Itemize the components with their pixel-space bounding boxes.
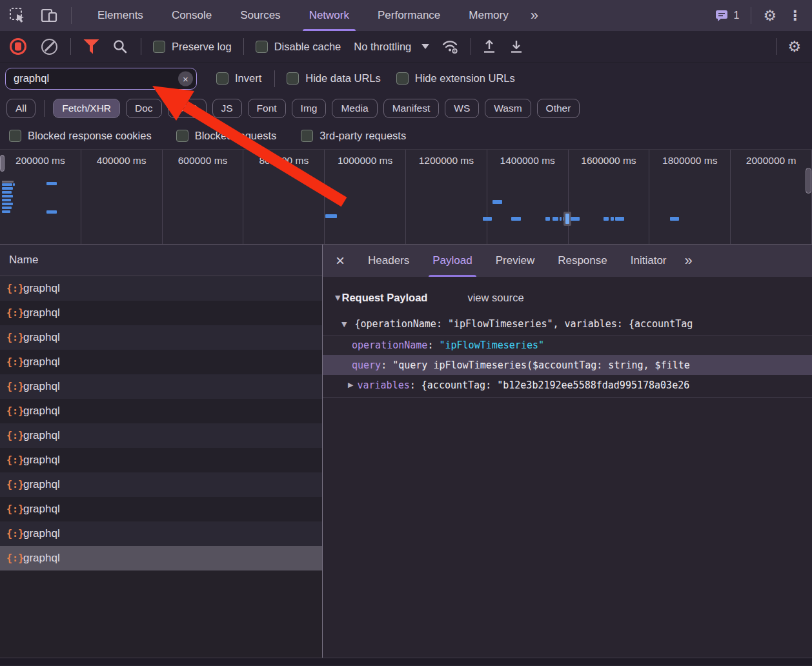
throttling-dropdown[interactable]: No throttling — [354, 41, 429, 53]
detail-tab-initiator[interactable]: Initiator — [619, 245, 678, 277]
waterfall-bar[interactable] — [2, 199, 11, 201]
waterfall-bar[interactable] — [670, 217, 679, 221]
waterfall-bar[interactable] — [2, 195, 13, 197]
timeline-overview[interactable]: 200000 ms400000 ms600000 ms800000 ms1000… — [0, 149, 812, 245]
request-row[interactable]: {:}graphql — [0, 301, 322, 325]
collapse-triangle-icon[interactable]: ▼ — [335, 294, 340, 302]
waterfall-bar[interactable] — [2, 191, 12, 194]
checkbox-box[interactable] — [216, 72, 228, 85]
waterfall-bar[interactable] — [46, 182, 57, 185]
settings-gear-icon[interactable]: ⚙ — [763, 7, 776, 24]
hide-data-urls-checkbox[interactable]: Hide data URLs — [287, 72, 380, 85]
expand-triangle-icon[interactable]: ▶ — [348, 381, 353, 389]
issues-counter[interactable]: 1 — [715, 9, 739, 22]
waterfall-bar[interactable] — [611, 217, 614, 221]
tab-elements[interactable]: Elements — [83, 0, 157, 31]
request-row[interactable]: {:}graphql — [0, 374, 322, 399]
checkbox-box[interactable] — [153, 41, 165, 53]
checkbox-blocked-requests[interactable]: Blocked requests — [176, 130, 277, 142]
waterfall-bar[interactable] — [2, 181, 14, 183]
timeline-scroll-handle-left[interactable] — [0, 155, 5, 172]
type-chip-manifest[interactable]: Manifest — [383, 99, 440, 118]
type-chip-media[interactable]: Media — [332, 99, 377, 118]
collapse-triangle-icon[interactable]: ▼ — [341, 320, 347, 328]
waterfall-bar[interactable] — [2, 210, 10, 213]
tab-console[interactable]: Console — [157, 0, 226, 31]
waterfall-bar[interactable] — [2, 183, 12, 186]
detail-tab-preview[interactable]: Preview — [484, 245, 546, 277]
request-row[interactable]: {:}graphql — [0, 497, 322, 521]
checkbox-3rd-party-requests[interactable]: 3rd-party requests — [301, 130, 406, 142]
filter-input[interactable] — [5, 68, 197, 90]
checkbox-box[interactable] — [9, 130, 21, 142]
more-panels-icon[interactable]: » — [523, 0, 546, 31]
type-chip-img[interactable]: Img — [292, 99, 327, 118]
type-chip-wasm[interactable]: Wasm — [485, 99, 531, 118]
payload-row-variables[interactable]: ▶ variables: {accountTag: "b12e3b2192ee5… — [323, 375, 812, 395]
network-conditions-icon[interactable] — [441, 38, 460, 55]
name-column-header[interactable]: Name — [0, 245, 322, 276]
disable-cache-checkbox[interactable]: Disable cache — [256, 41, 341, 53]
checkbox-box[interactable] — [301, 130, 313, 142]
request-payload-section-header[interactable]: ▼ Request Payload view source — [323, 282, 812, 313]
detail-tab-payload[interactable]: Payload — [421, 245, 483, 277]
request-row[interactable]: {:}graphql — [0, 472, 322, 497]
waterfall-bar[interactable] — [2, 203, 13, 205]
waterfall-bar[interactable] — [615, 217, 624, 221]
type-chip-doc[interactable]: Doc — [126, 99, 162, 118]
waterfall-bar[interactable] — [2, 187, 13, 190]
clear-filter-icon[interactable]: × — [178, 71, 193, 86]
waterfall-bar[interactable] — [560, 217, 562, 221]
clear-network-log-icon[interactable] — [41, 39, 57, 55]
waterfall-bar[interactable] — [492, 200, 502, 204]
waterfall-bar[interactable] — [565, 214, 569, 224]
checkbox-box[interactable] — [396, 72, 409, 85]
payload-preview-row[interactable]: ▼ {operationName: "ipFlowTimeseries", va… — [323, 313, 812, 335]
tab-network[interactable]: Network — [295, 0, 363, 31]
waterfall-bar[interactable] — [571, 217, 580, 221]
waterfall-bar[interactable] — [13, 183, 15, 186]
search-icon[interactable] — [112, 39, 128, 54]
request-row[interactable]: {:}graphql — [0, 521, 322, 546]
waterfall-bar[interactable] — [511, 217, 521, 221]
request-row[interactable]: {:}graphql — [0, 448, 322, 472]
waterfall-bar[interactable] — [483, 217, 492, 221]
type-chip-js[interactable]: JS — [212, 99, 242, 118]
payload-row-operationname[interactable]: operationName: "ipFlowTimeseries" — [323, 335, 812, 355]
export-har-icon[interactable] — [509, 38, 524, 55]
type-chip-all[interactable]: All — [6, 99, 36, 118]
checkbox-box[interactable] — [176, 130, 188, 142]
invert-checkbox[interactable]: Invert — [216, 72, 261, 85]
close-detail-icon[interactable]: × — [323, 252, 356, 270]
request-row[interactable]: {:}graphql — [0, 350, 322, 374]
inspect-element-icon[interactable] — [9, 7, 26, 24]
waterfall-bar[interactable] — [2, 207, 12, 209]
checkbox-blocked-response-cookies[interactable]: Blocked response cookies — [9, 130, 152, 142]
tab-performance[interactable]: Performance — [363, 0, 454, 31]
timeline-scroll-handle-right[interactable] — [806, 168, 811, 194]
waterfall-bar[interactable] — [553, 217, 558, 221]
type-chip-ws[interactable]: WS — [445, 99, 479, 118]
tab-sources[interactable]: Sources — [226, 0, 294, 31]
preserve-log-checkbox[interactable]: Preserve log — [153, 41, 232, 53]
request-row[interactable]: {:}graphql — [0, 546, 322, 570]
type-chip-font[interactable]: Font — [248, 99, 286, 118]
checkbox-box[interactable] — [287, 72, 299, 85]
type-chip-fetch-xhr[interactable]: Fetch/XHR — [53, 99, 120, 118]
request-row[interactable]: {:}graphql — [0, 276, 322, 301]
kebab-menu-icon[interactable]: ⋮ — [788, 8, 802, 23]
view-source-link[interactable]: view source — [467, 292, 523, 304]
tab-memory[interactable]: Memory — [454, 0, 522, 31]
type-chip-css[interactable]: CSS — [168, 99, 207, 118]
waterfall-bar[interactable] — [604, 217, 609, 221]
type-chip-other[interactable]: Other — [537, 99, 580, 118]
filter-funnel-icon[interactable] — [83, 39, 99, 54]
detail-tab-headers[interactable]: Headers — [356, 245, 421, 277]
request-row[interactable]: {:}graphql — [0, 423, 322, 448]
request-row[interactable]: {:}graphql — [0, 399, 322, 423]
waterfall-bar[interactable] — [46, 210, 57, 214]
payload-row-query[interactable]: query: "query ipFlowTimeseries($accountT… — [323, 355, 812, 375]
device-toolbar-icon[interactable] — [40, 7, 58, 24]
checkbox-box[interactable] — [256, 41, 268, 53]
waterfall-bar[interactable] — [325, 214, 337, 218]
